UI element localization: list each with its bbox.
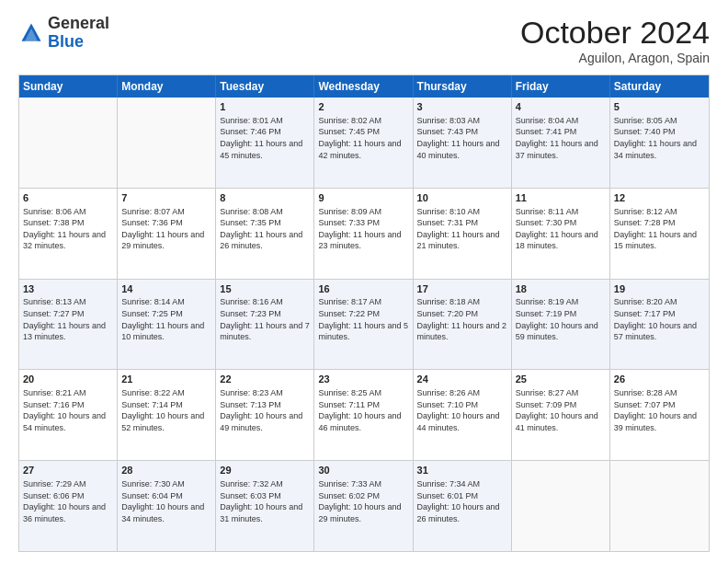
calendar-cell: 23Sunrise: 8:25 AM Sunset: 7:11 PM Dayli… — [314, 370, 413, 460]
calendar-row: 27Sunrise: 7:29 AM Sunset: 6:06 PM Dayli… — [19, 461, 709, 551]
location: Aguilon, Aragon, Spain — [520, 51, 710, 65]
day-number: 26 — [614, 373, 705, 386]
calendar-page: General Blue October 2024 Aguilon, Arago… — [0, 0, 728, 563]
cell-info: Sunrise: 8:06 AM Sunset: 7:38 PM Dayligh… — [23, 206, 113, 252]
cell-info: Sunrise: 8:18 AM Sunset: 7:20 PM Dayligh… — [417, 296, 507, 342]
day-number: 19 — [614, 282, 705, 296]
day-number: 31 — [417, 464, 507, 477]
logo-text: General Blue — [48, 15, 109, 52]
day-number: 22 — [220, 373, 310, 386]
calendar-cell: 12Sunrise: 8:12 AM Sunset: 7:28 PM Dayli… — [610, 189, 709, 279]
day-number: 30 — [318, 464, 408, 477]
cell-info: Sunrise: 8:27 AM Sunset: 7:09 PM Dayligh… — [516, 387, 606, 433]
calendar-cell: 7Sunrise: 8:07 AM Sunset: 7:36 PM Daylig… — [118, 189, 216, 279]
day-number: 3 — [417, 100, 507, 114]
calendar-row: 20Sunrise: 8:21 AM Sunset: 7:16 PM Dayli… — [19, 370, 709, 461]
calendar-body: 1Sunrise: 8:01 AM Sunset: 7:46 PM Daylig… — [19, 98, 709, 551]
cell-info: Sunrise: 8:03 AM Sunset: 7:43 PM Dayligh… — [417, 115, 507, 161]
calendar-header: SundayMondayTuesdayWednesdayThursdayFrid… — [19, 75, 709, 98]
day-number: 18 — [516, 282, 606, 296]
calendar-cell: 4Sunrise: 8:04 AM Sunset: 7:41 PM Daylig… — [512, 98, 610, 188]
day-number: 11 — [516, 191, 606, 205]
calendar-cell: 17Sunrise: 8:18 AM Sunset: 7:20 PM Dayli… — [414, 280, 512, 370]
day-number: 17 — [417, 282, 507, 296]
cell-info: Sunrise: 7:32 AM Sunset: 6:03 PM Dayligh… — [220, 478, 310, 524]
calendar-cell: 31Sunrise: 7:34 AM Sunset: 6:01 PM Dayli… — [414, 461, 512, 551]
weekday-header: Monday — [118, 75, 216, 98]
day-number: 28 — [121, 464, 211, 477]
weekday-header: Friday — [512, 75, 610, 98]
calendar-cell: 25Sunrise: 8:27 AM Sunset: 7:09 PM Dayli… — [512, 370, 610, 460]
calendar-row: 1Sunrise: 8:01 AM Sunset: 7:46 PM Daylig… — [19, 98, 709, 189]
day-number: 13 — [23, 282, 113, 296]
calendar-cell: 10Sunrise: 8:10 AM Sunset: 7:31 PM Dayli… — [414, 189, 512, 279]
calendar-cell: 2Sunrise: 8:02 AM Sunset: 7:45 PM Daylig… — [314, 98, 413, 188]
cell-info: Sunrise: 8:08 AM Sunset: 7:35 PM Dayligh… — [220, 206, 310, 252]
logo-general: General — [48, 14, 109, 32]
cell-info: Sunrise: 8:10 AM Sunset: 7:31 PM Dayligh… — [417, 206, 507, 252]
calendar-cell: 19Sunrise: 8:20 AM Sunset: 7:17 PM Dayli… — [610, 280, 709, 370]
cell-info: Sunrise: 8:19 AM Sunset: 7:19 PM Dayligh… — [516, 296, 606, 342]
calendar-cell: 14Sunrise: 8:14 AM Sunset: 7:25 PM Dayli… — [118, 280, 216, 370]
cell-info: Sunrise: 8:23 AM Sunset: 7:13 PM Dayligh… — [220, 387, 310, 433]
calendar-cell: 22Sunrise: 8:23 AM Sunset: 7:13 PM Dayli… — [216, 370, 314, 460]
cell-info: Sunrise: 8:26 AM Sunset: 7:10 PM Dayligh… — [417, 387, 507, 433]
day-number: 8 — [220, 191, 310, 205]
calendar-cell — [19, 98, 118, 188]
title-block: October 2024 Aguilon, Aragon, Spain — [520, 15, 710, 65]
cell-info: Sunrise: 8:04 AM Sunset: 7:41 PM Dayligh… — [516, 115, 606, 161]
calendar-cell — [610, 461, 709, 551]
cell-info: Sunrise: 8:07 AM Sunset: 7:36 PM Dayligh… — [121, 206, 211, 252]
calendar-cell: 20Sunrise: 8:21 AM Sunset: 7:16 PM Dayli… — [19, 370, 118, 460]
cell-info: Sunrise: 8:01 AM Sunset: 7:46 PM Dayligh… — [220, 115, 310, 161]
calendar: SundayMondayTuesdayWednesdayThursdayFrid… — [18, 75, 710, 552]
calendar-cell — [512, 461, 610, 551]
month-title: October 2024 — [520, 15, 710, 51]
page-header: General Blue October 2024 Aguilon, Arago… — [18, 15, 710, 65]
cell-info: Sunrise: 8:09 AM Sunset: 7:33 PM Dayligh… — [318, 206, 408, 252]
cell-info: Sunrise: 7:34 AM Sunset: 6:01 PM Dayligh… — [417, 478, 507, 524]
day-number: 16 — [318, 282, 408, 296]
day-number: 7 — [121, 191, 211, 205]
calendar-cell: 16Sunrise: 8:17 AM Sunset: 7:22 PM Dayli… — [314, 280, 413, 370]
day-number: 23 — [318, 373, 408, 386]
cell-info: Sunrise: 8:13 AM Sunset: 7:27 PM Dayligh… — [23, 296, 113, 342]
calendar-cell: 15Sunrise: 8:16 AM Sunset: 7:23 PM Dayli… — [216, 280, 314, 370]
cell-info: Sunrise: 8:20 AM Sunset: 7:17 PM Dayligh… — [614, 296, 705, 342]
calendar-cell: 18Sunrise: 8:19 AM Sunset: 7:19 PM Dayli… — [512, 280, 610, 370]
calendar-cell: 28Sunrise: 7:30 AM Sunset: 6:04 PM Dayli… — [118, 461, 216, 551]
cell-info: Sunrise: 8:16 AM Sunset: 7:23 PM Dayligh… — [220, 296, 310, 342]
calendar-cell: 9Sunrise: 8:09 AM Sunset: 7:33 PM Daylig… — [314, 189, 413, 279]
calendar-cell: 29Sunrise: 7:32 AM Sunset: 6:03 PM Dayli… — [216, 461, 314, 551]
calendar-cell — [118, 98, 216, 188]
day-number: 29 — [220, 464, 310, 477]
weekday-header: Saturday — [610, 75, 709, 98]
logo-icon — [18, 20, 44, 46]
cell-info: Sunrise: 8:05 AM Sunset: 7:40 PM Dayligh… — [614, 115, 705, 161]
day-number: 21 — [121, 373, 211, 386]
day-number: 27 — [23, 464, 113, 477]
day-number: 25 — [516, 373, 606, 386]
calendar-cell: 21Sunrise: 8:22 AM Sunset: 7:14 PM Dayli… — [118, 370, 216, 460]
calendar-cell: 24Sunrise: 8:26 AM Sunset: 7:10 PM Dayli… — [414, 370, 512, 460]
cell-info: Sunrise: 8:02 AM Sunset: 7:45 PM Dayligh… — [318, 115, 408, 161]
day-number: 24 — [417, 373, 507, 386]
weekday-header: Tuesday — [216, 75, 314, 98]
calendar-cell: 13Sunrise: 8:13 AM Sunset: 7:27 PM Dayli… — [19, 280, 118, 370]
calendar-cell: 27Sunrise: 7:29 AM Sunset: 6:06 PM Dayli… — [19, 461, 118, 551]
day-number: 14 — [121, 282, 211, 296]
cell-info: Sunrise: 8:11 AM Sunset: 7:30 PM Dayligh… — [516, 206, 606, 252]
cell-info: Sunrise: 8:25 AM Sunset: 7:11 PM Dayligh… — [318, 387, 408, 433]
calendar-cell: 30Sunrise: 7:33 AM Sunset: 6:02 PM Dayli… — [314, 461, 413, 551]
cell-info: Sunrise: 8:22 AM Sunset: 7:14 PM Dayligh… — [121, 387, 211, 433]
cell-info: Sunrise: 8:28 AM Sunset: 7:07 PM Dayligh… — [614, 387, 705, 433]
calendar-cell: 1Sunrise: 8:01 AM Sunset: 7:46 PM Daylig… — [216, 98, 314, 188]
day-number: 12 — [614, 191, 705, 205]
calendar-cell: 6Sunrise: 8:06 AM Sunset: 7:38 PM Daylig… — [19, 189, 118, 279]
day-number: 5 — [614, 100, 705, 114]
calendar-cell: 3Sunrise: 8:03 AM Sunset: 7:43 PM Daylig… — [414, 98, 512, 188]
day-number: 6 — [23, 191, 113, 205]
calendar-cell: 11Sunrise: 8:11 AM Sunset: 7:30 PM Dayli… — [512, 189, 610, 279]
cell-info: Sunrise: 7:33 AM Sunset: 6:02 PM Dayligh… — [318, 478, 408, 524]
cell-info: Sunrise: 8:21 AM Sunset: 7:16 PM Dayligh… — [23, 387, 113, 433]
